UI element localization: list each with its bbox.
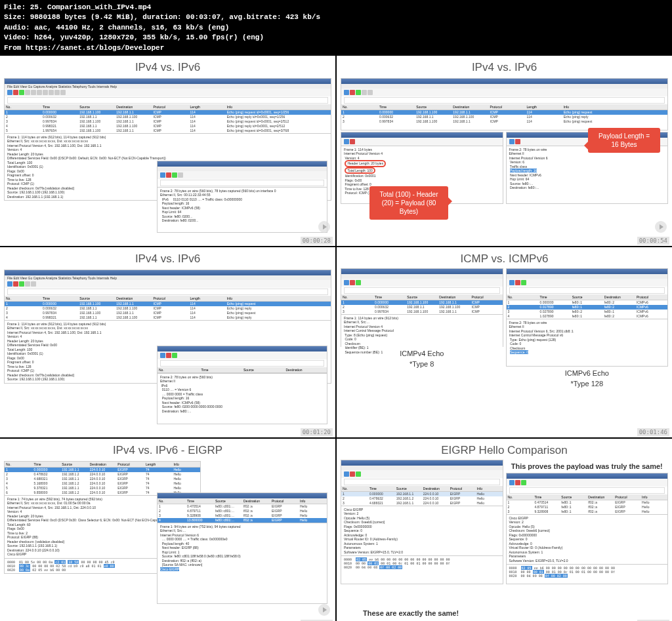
slide-title: IPv4 vs. IPv6 [0,56,335,77]
timestamp: 00:01:46 [637,428,669,436]
callout-ipv4: Total (100) - Header (20) = Payload (80 … [369,186,448,220]
timestamp: 00:00:54 [637,237,669,245]
play-icon[interactable] [655,221,667,233]
slide-title: ICMP vs. ICMPv6 [337,247,672,268]
callout-ipv6: Payload Length = 16 Bytes [588,128,660,153]
icmpv6-label: ICMPv6 Echo [506,369,669,377]
thumbnail-6[interactable]: EIGRP Hello Comparison No.TimeSourceDest… [337,439,672,621]
slide-title: IPv4 vs. IPv6 [337,56,672,77]
slide-title: IPv4 vs. IPv6 [0,247,335,268]
timestamp: 00:01:20 [301,428,333,436]
wireshark-window-2: No.TimeSourceDestination Frame 2: 78 byt… [157,346,327,424]
note-bottom: These are exactly the same! [363,609,459,617]
slide-title: EIGRP Hello Comparison [337,439,672,460]
thumbnail-2[interactable]: IPv4 vs. IPv6 No.TimeSourceDestinationPr… [337,56,672,246]
media-info-header: File: 25. Comparison_with_IPv4.mp4 Size:… [0,0,672,56]
wireshark-window-2: Frame 2: 78 bytes on wire (560 bits), 78… [157,161,327,233]
thumbnail-3[interactable]: IPv4 vs. IPv6 File Edit View Go Capture … [0,247,335,437]
thumbnail-4[interactable]: ICMP vs. ICMPv6 No.TimeSourceDestination… [337,247,672,437]
icmpv6-type: *Type 128 [506,380,669,388]
play-icon[interactable] [318,221,330,233]
thumbnail-grid: IPv4 vs. IPv6 File Edit View Go Capture … [0,56,672,621]
thumbnail-1[interactable]: IPv4 vs. IPv6 File Edit View Go Capture … [0,56,335,246]
play-icon[interactable] [318,604,330,616]
wireshark-window-2: No.TimeSourceDestinationProtocolInfo 10.… [157,492,327,604]
wireshark-window: No.TimeSourceDestinationProtocolLengthIn… [341,78,668,130]
timestamp: 00:00:28 [301,237,333,245]
thumbnail-5[interactable]: IPv4 vs. IPv6 - EIGRP No.TimeSourceDesti… [0,439,335,621]
icmpv4-type: *Type 8 [341,360,503,368]
slide-title: IPv4 vs. IPv6 - EIGRP [0,439,335,460]
note-top: This proves the payload was truly the sa… [506,462,669,470]
